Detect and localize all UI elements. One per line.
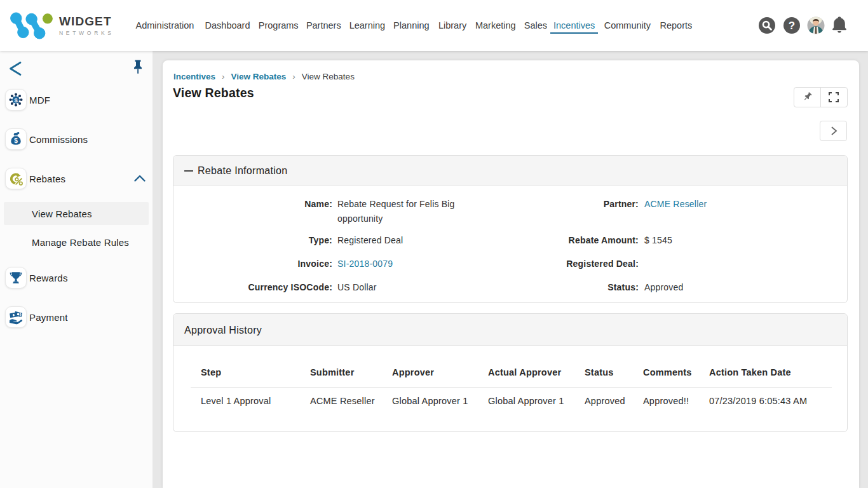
svg-text:$: $: [14, 137, 18, 144]
svg-text:?: ?: [789, 20, 795, 32]
svg-text:$: $: [14, 97, 17, 104]
